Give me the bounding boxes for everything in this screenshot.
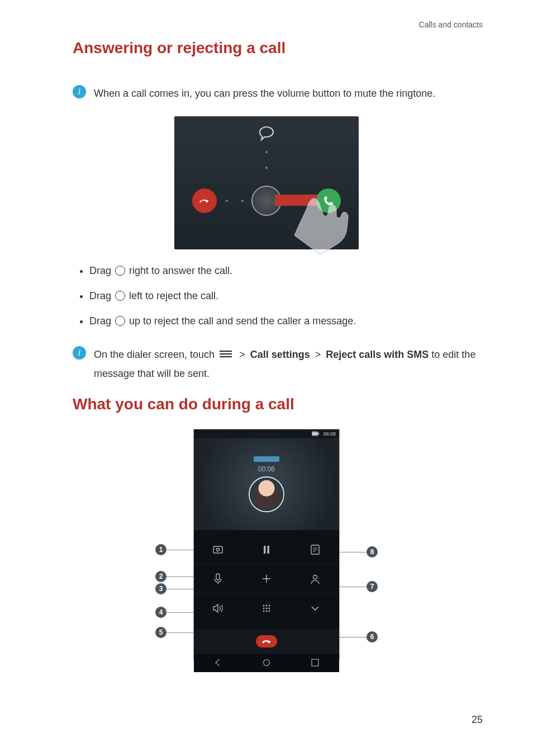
svg-point-17: [266, 605, 268, 607]
collapse-button[interactable]: [291, 602, 339, 615]
svg-point-4: [217, 549, 220, 551]
speaker-icon: [212, 602, 224, 615]
svg-point-20: [266, 608, 268, 609]
list-item: Drag right to answer the call.: [89, 263, 483, 279]
pause-icon: [260, 544, 273, 556]
text: Drag: [89, 290, 114, 301]
phone-screenshot: 08:08 00:06: [193, 429, 340, 660]
circle-icon: [115, 316, 125, 326]
svg-rect-5: [264, 546, 266, 554]
info-icon: i: [73, 85, 86, 98]
hamburger-menu-icon: [220, 349, 232, 359]
nav-bar: [194, 653, 339, 672]
back-icon[interactable]: [213, 658, 223, 668]
hand-gesture-icon: [291, 185, 363, 257]
breadcrumb: Calls and contacts: [50, 20, 483, 29]
callout-8: 8: [367, 546, 378, 557]
callout-2: 2: [155, 571, 166, 582]
list-item: Drag up to reject the call and send the …: [89, 313, 483, 329]
drag-instructions-list: Drag right to answer the call. Drag left…: [50, 263, 483, 329]
mute-button[interactable]: [194, 573, 242, 585]
tip-reject-sms: i On the dialer screen, touch > Call set…: [50, 345, 483, 383]
caller-name-placeholder: [254, 456, 279, 462]
reject-call-button[interactable]: [192, 188, 217, 213]
text: up to reject the call and send the calle…: [129, 315, 356, 327]
end-call-button[interactable]: [256, 635, 277, 648]
svg-rect-2: [312, 432, 317, 435]
incoming-call-figure: [50, 116, 483, 249]
status-time: 08:08: [323, 431, 336, 437]
chevron-down-icon: [309, 602, 321, 615]
microphone-icon: [212, 573, 224, 585]
text: Drag: [89, 265, 114, 276]
message-icon: [256, 124, 277, 144]
svg-point-19: [263, 608, 265, 609]
svg-point-21: [269, 608, 270, 609]
text: right to answer the call.: [129, 265, 232, 276]
chevron-text: >: [313, 349, 323, 360]
call-timer: 00:06: [258, 465, 275, 473]
dialpad-icon: [260, 602, 273, 615]
heading-answering: Answering or rejecting a call: [50, 39, 483, 57]
svg-rect-26: [312, 659, 318, 666]
person-icon: [309, 573, 321, 585]
in-call-figure: 1 2 3 4 5 8 7 6 08:08 00:06: [50, 429, 483, 660]
text: Drag: [89, 315, 114, 327]
svg-point-25: [263, 660, 269, 666]
svg-rect-1: [318, 433, 319, 434]
notepad-icon: [309, 544, 321, 556]
info-icon: i: [73, 346, 86, 360]
text: left to reject the call.: [129, 290, 218, 301]
list-item: Drag left to reject the call.: [89, 288, 483, 304]
tip-text: On the dialer screen, touch > Call setti…: [94, 345, 483, 383]
text: On the dialer screen, touch: [94, 349, 217, 360]
record-icon: [212, 544, 224, 556]
heading-during-call: What you can do during a call: [50, 395, 483, 413]
callout-4: 4: [155, 607, 166, 618]
recent-icon[interactable]: [310, 658, 320, 668]
svg-rect-3: [213, 546, 222, 553]
home-icon[interactable]: [261, 658, 272, 668]
svg-point-18: [269, 605, 270, 607]
status-bar: 08:08: [194, 429, 339, 438]
circle-icon: [115, 291, 125, 301]
phone-down-icon: [261, 638, 272, 645]
hold-button[interactable]: [242, 544, 291, 556]
menu-path-item: Call settings: [250, 349, 310, 360]
callout-7: 7: [367, 581, 378, 592]
tip-mute-ringtone: i When a call comes in, you can press th…: [50, 84, 483, 103]
callout-6: 6: [367, 631, 378, 642]
svg-point-24: [269, 611, 270, 612]
callout-1: 1: [155, 544, 166, 555]
svg-point-15: [313, 575, 317, 579]
svg-rect-11: [216, 574, 220, 580]
battery-icon: [312, 431, 320, 437]
plus-icon: [260, 573, 273, 585]
tip-text: When a call comes in, you can press the …: [94, 84, 435, 103]
contacts-button[interactable]: [291, 573, 339, 585]
speaker-button[interactable]: [194, 602, 242, 615]
record-button[interactable]: [194, 544, 242, 556]
callout-5: 5: [155, 627, 166, 638]
chevron-text: >: [237, 349, 248, 360]
svg-point-22: [263, 611, 265, 612]
callout-3: 3: [155, 583, 166, 594]
notes-button[interactable]: [291, 544, 339, 556]
add-call-button[interactable]: [242, 573, 291, 585]
avatar: [249, 476, 284, 512]
svg-point-16: [263, 605, 265, 607]
phone-down-icon: [198, 195, 211, 207]
caller-info-area: 00:06: [194, 438, 339, 530]
page-number: 25: [472, 714, 483, 726]
menu-path-item: Reject calls with SMS: [326, 349, 429, 360]
svg-point-23: [266, 611, 268, 612]
svg-rect-6: [268, 546, 270, 554]
circle-icon: [115, 266, 125, 276]
dialpad-button[interactable]: [242, 602, 291, 615]
